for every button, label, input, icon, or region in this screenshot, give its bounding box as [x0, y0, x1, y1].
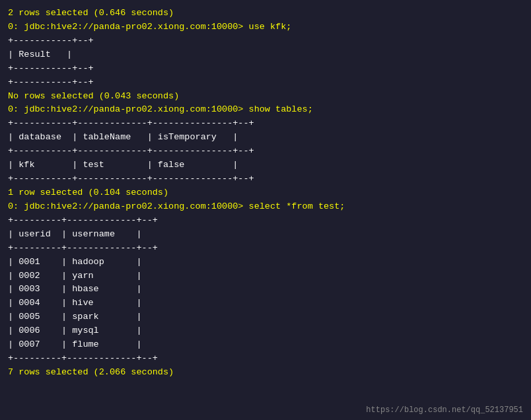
terminal-line: | 0003 | hbase | [8, 283, 523, 297]
terminal-line: 7 rows selected (2.066 seconds) [8, 366, 523, 380]
terminal-line: | 0001 | hadoop | [8, 256, 523, 269]
terminal-line: | 0004 | hive | [8, 297, 523, 310]
terminal-line: +---------+-------------+--+ [8, 214, 523, 228]
terminal-line: +-----------+--+ [8, 62, 523, 76]
watermark: https://blog.csdn.net/qq_52137951 [366, 405, 523, 415]
terminal-line: +-----------+-------------+-------------… [8, 172, 523, 186]
terminal-line: | 0002 | yarn | [8, 269, 523, 283]
terminal-line: | userid | username | [8, 228, 523, 242]
terminal-line: +-----------+--+ [8, 76, 523, 90]
terminal-line: | Result | [8, 48, 523, 62]
terminal-line: 1 row selected (0.104 seconds) [8, 186, 523, 200]
terminal-line: | 0007 | flume | [8, 338, 523, 352]
terminal-line: 2 rows selected (0.646 seconds) [8, 7, 523, 20]
terminal-line: +-----------+-------------+-------------… [8, 145, 523, 158]
terminal-line: 0: jdbc:hive2://panda-pro02.xiong.com:10… [8, 103, 523, 117]
terminal-line: | kfk | test | false | [8, 158, 523, 172]
terminal-line: No rows selected (0.043 seconds) [8, 90, 523, 104]
terminal-line: 0: jdbc:hive2://panda-pro02.xiong.com:10… [8, 20, 523, 34]
terminal-line: +-----------+--+ [8, 34, 523, 48]
terminal-line: | 0005 | spark | [8, 310, 523, 324]
terminal-line: 0: jdbc:hive2://panda-pro02.xiong.com:10… [8, 200, 523, 214]
terminal-window: 2 rows selected (0.646 seconds)0: jdbc:h… [0, 0, 531, 420]
terminal-line: +-----------+-------------+-------------… [8, 117, 523, 131]
terminal-line: | 0006 | mysql | [8, 324, 523, 338]
terminal-line: +---------+-------------+--+ [8, 242, 523, 256]
terminal-line: +---------+-------------+--+ [8, 352, 523, 366]
terminal-line: | database | tableName | isTemporary | [8, 131, 523, 145]
terminal-content: 2 rows selected (0.646 seconds)0: jdbc:h… [8, 7, 523, 380]
